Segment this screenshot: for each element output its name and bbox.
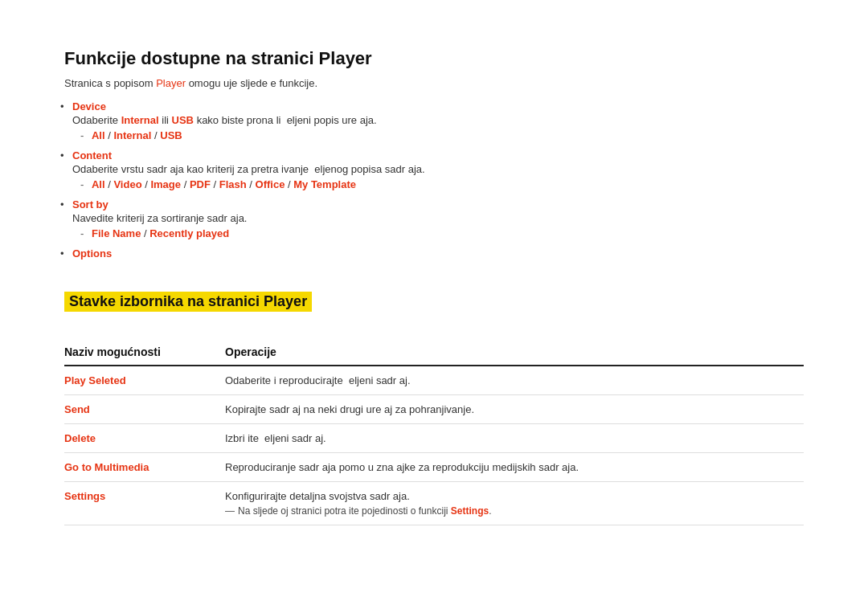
table-row: Play Seleted Odaberite i reproducirajte … xyxy=(64,366,804,395)
link-video: Video xyxy=(113,178,141,190)
intro-rest: omogu uje sljede e funkcije. xyxy=(186,77,317,89)
list-item: Options xyxy=(72,247,804,260)
sub-list-item: File Name / Recently played xyxy=(80,227,804,239)
col-header-name: Naziv mogućnosti xyxy=(64,339,225,366)
item-desc-sortby: Navedite kriterij za sortiranje sadr aja… xyxy=(72,212,804,224)
list-item: Device Odaberite Internal ili USB kako b… xyxy=(72,100,804,141)
link-filename: File Name xyxy=(92,227,141,239)
row-desc-playseleted: Odaberite i reproducirajte eljeni sadr a… xyxy=(225,366,804,395)
row-name-gotomultimedia: Go to Multimedia xyxy=(64,453,225,482)
table-row: Send Kopirajte sadr aj na neki drugi ure… xyxy=(64,395,804,424)
link-office: Office xyxy=(256,178,285,190)
row-name-send: Send xyxy=(64,395,225,424)
link-recentlyplayed: Recently played xyxy=(149,227,229,239)
item-desc-content: Odaberite vrstu sadr aja kao kriterij za… xyxy=(72,163,804,175)
menu-table: Naziv mogućnosti Operacije Play Seleted … xyxy=(64,339,804,525)
page-title: Funkcije dostupne na stranici Player xyxy=(64,48,804,69)
link-pdf: PDF xyxy=(190,178,211,190)
intro-text: Stranica s popisom xyxy=(64,77,156,89)
intro-paragraph: Stranica s popisom Player omogu uje slje… xyxy=(64,77,804,89)
sub-list-item: All / Video / Image / PDF / Flash / Offi… xyxy=(80,178,804,190)
item-title-device: Device xyxy=(72,100,106,112)
link-all-c: All xyxy=(92,178,105,190)
link-image: Image xyxy=(150,178,181,190)
col-header-ops: Operacije xyxy=(225,339,804,366)
item-title-options: Options xyxy=(72,247,112,260)
link-internal: Internal xyxy=(121,114,159,126)
link-flash: Flash xyxy=(219,178,247,190)
row-desc-send: Kopirajte sadr aj na neki drugi ure aj z… xyxy=(225,395,804,424)
table-row: Settings Konfigurirajte detaljna svojstv… xyxy=(64,482,804,525)
row-name-delete: Delete xyxy=(64,424,225,453)
list-item: Sort by Navedite kriterij za sortiranje … xyxy=(72,198,804,239)
link-usb2: USB xyxy=(160,129,182,141)
item-title-sortby: Sort by xyxy=(72,198,108,210)
table-header-row: Naziv mogućnosti Operacije xyxy=(64,339,804,366)
link-settings-note: Settings xyxy=(448,505,489,517)
row-desc-settings: Konfigurirajte detaljna svojstva sadr aj… xyxy=(225,482,804,525)
sub-list-item: All / Internal / USB xyxy=(80,129,804,141)
link-internal2: Internal xyxy=(113,129,151,141)
list-item: Content Odaberite vrstu sadr aja kao kri… xyxy=(72,149,804,190)
row-name-settings: Settings xyxy=(64,482,225,525)
section2-title: Stavke izbornika na stranici Player xyxy=(69,293,307,310)
item-desc-device: Odaberite Internal ili USB kako biste pr… xyxy=(72,114,804,126)
table-row: Delete Izbri ite eljeni sadr aj. xyxy=(64,424,804,453)
link-usb: USB xyxy=(172,114,194,126)
settings-note: Na sljede oj stranici potra ite pojedino… xyxy=(225,505,796,517)
sortby-sublist: File Name / Recently played xyxy=(80,227,804,239)
device-sublist: All / Internal / USB xyxy=(80,129,804,141)
intro-player: Player xyxy=(156,77,186,89)
item-title-content: Content xyxy=(72,149,112,161)
link-all: All xyxy=(92,129,105,141)
feature-list: Device Odaberite Internal ili USB kako b… xyxy=(72,100,804,260)
content-sublist: All / Video / Image / PDF / Flash / Offi… xyxy=(80,178,804,190)
section2-title-box: Stavke izbornika na stranici Player xyxy=(64,292,312,312)
table-row: Go to Multimedia Reproduciranje sadr aja… xyxy=(64,453,804,482)
link-mytemplate: My Template xyxy=(293,178,356,190)
row-name-playseleted: Play Seleted xyxy=(64,366,225,395)
row-desc-delete: Izbri ite eljeni sadr aj. xyxy=(225,424,804,453)
row-desc-gotomultimedia: Reproduciranje sadr aja pomo u zna ajke … xyxy=(225,453,804,482)
